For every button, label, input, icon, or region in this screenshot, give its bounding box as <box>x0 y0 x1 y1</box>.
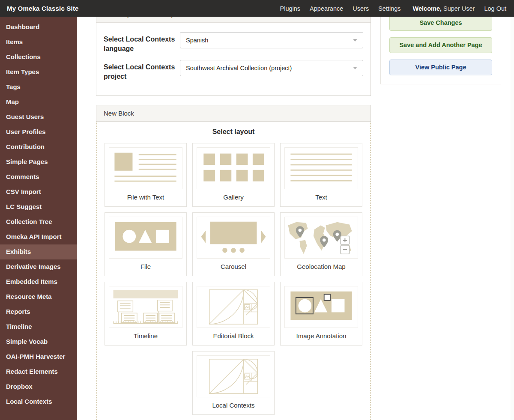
sidebar-item-local-contexts[interactable]: Local Contexts <box>0 394 77 409</box>
layout-tile-gallery[interactable]: Gallery <box>192 143 275 207</box>
geolocation-map-thumbnail <box>284 217 358 259</box>
sidebar-item-items[interactable]: Items <box>0 35 77 50</box>
sidebar-item-item-types[interactable]: Item Types <box>0 65 77 80</box>
admin-sidebar: Dashboard Items Collections Item Types T… <box>0 17 77 420</box>
text-thumbnail <box>284 147 358 189</box>
new-block-panel: New Block Select layout <box>96 105 371 420</box>
nav-plugins[interactable]: Plugins <box>280 5 301 12</box>
timeline-thumbnail <box>109 286 182 328</box>
timeline-icon <box>109 286 182 328</box>
project-field-label: Select Local Contexts project <box>104 60 180 81</box>
view-public-page-button[interactable]: View Public Page <box>389 60 492 75</box>
layout-tile-timeline[interactable]: Timeline <box>105 282 187 346</box>
layout-picker: Select layout <box>96 122 371 420</box>
top-admin-bar: My Omeka Classic Site Plugins Appearance… <box>0 0 514 17</box>
top-nav: Plugins Appearance Users Settings Welcom… <box>280 5 506 12</box>
sidebar-item-simple-pages[interactable]: Simple Pages <box>0 155 77 170</box>
language-select-value: Spanish <box>186 37 208 44</box>
sidebar-item-exhibits[interactable]: Exhibits <box>0 244 77 259</box>
sidebar-item-reports[interactable]: Reports <box>0 304 77 319</box>
project-field-row: Select Local Contexts project Southwest … <box>104 60 363 81</box>
nav-settings[interactable]: Settings <box>378 5 400 12</box>
geolocation-map-icon <box>285 217 358 258</box>
file-with-text-icon <box>109 148 182 189</box>
layout-tiles: File with Text <box>102 143 365 415</box>
sidebar-item-derivative-images[interactable]: Derivative Images <box>0 259 77 274</box>
language-field-label: Select Local Contexts language <box>104 32 180 53</box>
image-annotation-icon <box>285 286 358 328</box>
gallery-icon <box>197 148 270 189</box>
sidebar-item-redact-elements[interactable]: Redact Elements <box>0 364 77 379</box>
image-annotation-thumbnail <box>284 286 358 328</box>
layout-label: Carousel <box>193 259 274 276</box>
layout-label: Local Contexts <box>193 397 274 414</box>
welcome-label: Welcome, <box>413 5 442 12</box>
layout-tile-carousel[interactable]: Carousel <box>192 212 275 276</box>
layout-tile-text[interactable]: Text <box>280 143 362 207</box>
nav-users[interactable]: Users <box>353 5 369 12</box>
file-with-text-thumbnail <box>109 147 182 189</box>
project-select[interactable]: Southwest Archival Collection (project) <box>180 60 363 76</box>
layout-tile-geolocation-map[interactable]: Geolocation Map <box>280 212 362 276</box>
save-panel: Save Changes Save and Add Another Page V… <box>380 6 501 84</box>
sidebar-item-map[interactable]: Map <box>0 95 77 110</box>
layout-label: Image Annotation <box>281 328 362 345</box>
sidebar-item-user-profiles[interactable]: User Profiles <box>0 125 77 140</box>
project-select-value: Southwest Archival Collection (project) <box>186 65 292 71</box>
language-field-row: Select Local Contexts language Spanish <box>104 32 363 53</box>
current-user-link[interactable]: Super User <box>443 5 475 12</box>
sidebar-item-dashboard[interactable]: Dashboard <box>0 20 77 35</box>
sidebar-item-contribution[interactable]: Contribution <box>0 140 77 155</box>
map-zoom-controls-icon <box>341 236 350 254</box>
layout-label: File with Text <box>105 189 186 206</box>
sidebar-item-resource-meta[interactable]: Resource Meta <box>0 289 77 304</box>
file-thumbnail <box>109 217 182 259</box>
sidebar-item-guest-users[interactable]: Guest Users <box>0 110 77 125</box>
block3-panel: Block 3 (Local Contexts) Select Local Co… <box>96 6 371 96</box>
save-and-add-another-page-button[interactable]: Save and Add Another Page <box>389 37 492 53</box>
scrollbar-track[interactable] <box>510 17 514 420</box>
layout-tile-local-contexts[interactable]: Local Contexts <box>192 351 275 415</box>
file-icon <box>109 217 182 258</box>
layout-label: File <box>105 259 186 276</box>
sidebar-item-lc-suggest[interactable]: LC Suggest <box>0 200 77 214</box>
golden-ratio-icon <box>197 356 270 397</box>
sidebar-item-collections[interactable]: Collections <box>0 50 77 65</box>
sidebar-item-simple-vocab[interactable]: Simple Vocab <box>0 334 77 349</box>
layout-tile-editorial-block[interactable]: Editorial Block <box>192 282 275 346</box>
editorial-block-thumbnail <box>197 286 270 328</box>
sidebar-item-omeka-api-import[interactable]: Omeka API Import <box>0 229 77 244</box>
carousel-thumbnail <box>197 217 270 259</box>
sidebar-item-csv-import[interactable]: CSV Import <box>0 185 77 200</box>
chevron-down-icon <box>353 39 357 42</box>
nav-appearance[interactable]: Appearance <box>310 5 343 12</box>
new-block-header: New Block <box>96 105 371 122</box>
welcome-user: Welcome, Super User <box>413 5 475 12</box>
nav-log-out[interactable]: Log Out <box>484 5 506 12</box>
layout-tile-file[interactable]: File <box>105 212 187 276</box>
sidebar-item-tags[interactable]: Tags <box>0 80 77 95</box>
sidebar-item-oai-pmh-harvester[interactable]: OAI-PMH Harvester <box>0 349 77 364</box>
layout-label: Gallery <box>193 189 274 206</box>
layout-label: Text <box>281 189 362 206</box>
layout-tile-image-annotation[interactable]: Image Annotation <box>280 282 362 346</box>
layout-label: Timeline <box>105 328 186 345</box>
layout-tile-file-with-text[interactable]: File with Text <box>105 143 187 207</box>
local-contexts-thumbnail <box>197 355 270 397</box>
golden-ratio-icon <box>197 286 270 328</box>
carousel-icon <box>197 217 270 258</box>
sidebar-item-collection-tree[interactable]: Collection Tree <box>0 214 77 229</box>
sidebar-item-timeline[interactable]: Timeline <box>0 319 77 334</box>
layout-label: Geolocation Map <box>281 259 362 276</box>
layout-label: Editorial Block <box>193 328 274 345</box>
sidebar-item-embedded-items[interactable]: Embedded Items <box>0 274 77 289</box>
sidebar-nav: Dashboard Items Collections Item Types T… <box>0 17 77 409</box>
sidebar-item-comments[interactable]: Comments <box>0 170 77 185</box>
text-icon <box>285 148 358 189</box>
save-changes-button[interactable]: Save Changes <box>389 15 492 31</box>
map-pin-icon <box>333 230 341 242</box>
sidebar-item-dropbox[interactable]: Dropbox <box>0 379 77 394</box>
language-select[interactable]: Spanish <box>180 32 363 48</box>
chevron-down-icon <box>353 67 357 69</box>
select-layout-heading: Select layout <box>102 122 365 143</box>
